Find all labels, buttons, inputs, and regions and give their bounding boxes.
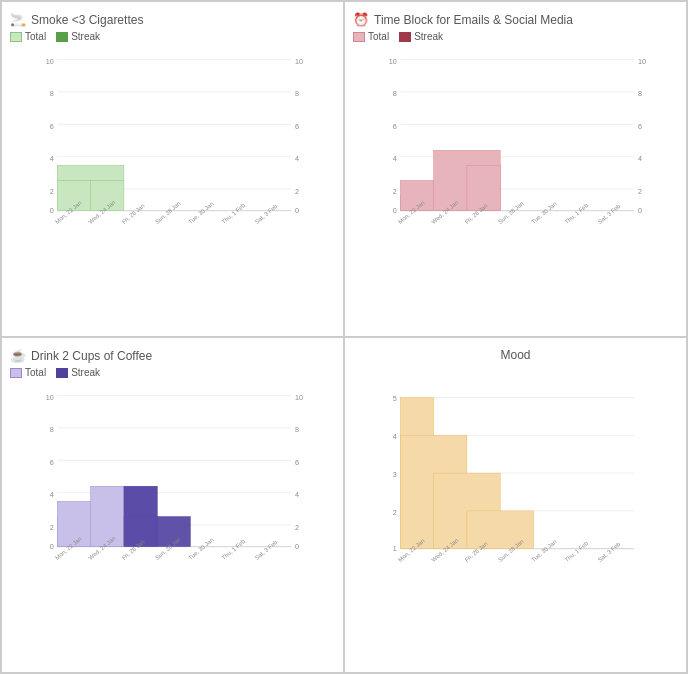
- panel-email: ⏰ Time Block for Emails & Social Media T…: [344, 1, 687, 337]
- smoke-total-bar-1: [57, 165, 124, 180]
- svg-text:4: 4: [50, 490, 54, 499]
- svg-text:Tue, 30 Jan: Tue, 30 Jan: [530, 539, 557, 563]
- svg-text:10: 10: [638, 57, 646, 66]
- panel-coffee-title: ☕ Drink 2 Cups of Coffee: [10, 348, 335, 363]
- svg-text:Sat, 3 Feb: Sat, 3 Feb: [254, 539, 279, 561]
- email-streak-label: Streak: [414, 31, 443, 42]
- panel-email-title: ⏰ Time Block for Emails & Social Media: [353, 12, 678, 27]
- svg-text:4: 4: [638, 154, 642, 163]
- smoke-chart: 10 8 6 4 2 0 10 8 6 4 2 0: [10, 46, 335, 226]
- svg-rect-76: [124, 486, 157, 546]
- smoke-streak-swatch: [56, 32, 68, 42]
- svg-text:Thu, 1 Feb: Thu, 1 Feb: [221, 538, 247, 561]
- email-legend-total: Total: [353, 31, 389, 42]
- mood-chart-area: 5 4 3 2 1 Mon, 22 Jan Wed,: [353, 384, 678, 568]
- svg-text:5: 5: [393, 394, 397, 403]
- svg-text:8: 8: [638, 89, 642, 98]
- svg-text:Fri, 26 Jan: Fri, 26 Jan: [121, 203, 146, 225]
- svg-text:2: 2: [50, 523, 54, 532]
- email-legend-streak: Streak: [399, 31, 443, 42]
- coffee-legend-total: Total: [10, 367, 46, 378]
- coffee-legend: Total Streak: [10, 367, 335, 378]
- svg-text:0: 0: [295, 206, 299, 215]
- coffee-total-label: Total: [25, 367, 46, 378]
- svg-text:6: 6: [393, 122, 397, 131]
- svg-text:2: 2: [393, 187, 397, 196]
- svg-text:4: 4: [295, 154, 299, 163]
- svg-text:0: 0: [295, 542, 299, 551]
- svg-text:10: 10: [46, 57, 54, 66]
- svg-text:4: 4: [393, 154, 397, 163]
- smoke-total-swatch: [10, 32, 22, 42]
- svg-text:Sun, 28 Jan: Sun, 28 Jan: [154, 200, 182, 225]
- svg-text:2: 2: [295, 187, 299, 196]
- svg-text:4: 4: [295, 490, 299, 499]
- svg-text:2: 2: [393, 508, 397, 517]
- svg-text:Tue, 30 Jan: Tue, 30 Jan: [187, 537, 214, 561]
- svg-text:8: 8: [50, 425, 54, 434]
- svg-text:0: 0: [638, 206, 642, 215]
- svg-text:1: 1: [393, 544, 397, 553]
- smoke-total-label: Total: [25, 31, 46, 42]
- svg-text:Sat, 3 Feb: Sat, 3 Feb: [597, 203, 622, 225]
- coffee-legend-streak: Streak: [56, 367, 100, 378]
- dashboard-grid: 🚬 Smoke <3 Cigarettes Total Streak 10 8 …: [0, 0, 688, 674]
- coffee-icon: ☕: [10, 348, 26, 363]
- smoke-legend: Total Streak: [10, 31, 335, 42]
- svg-text:4: 4: [50, 154, 54, 163]
- smoke-streak-label: Streak: [71, 31, 100, 42]
- svg-text:10: 10: [295, 393, 303, 402]
- panel-mood: Mood 5 4 3 2 1: [344, 337, 687, 673]
- smoke-legend-total: Total: [10, 31, 46, 42]
- mood-legend: [353, 366, 678, 380]
- email-chart: 10 8 6 4 2 0 10 8 6 4 2 0: [353, 46, 678, 226]
- svg-text:6: 6: [295, 122, 299, 131]
- svg-text:6: 6: [50, 122, 54, 131]
- svg-text:3: 3: [393, 470, 397, 479]
- svg-text:8: 8: [393, 89, 397, 98]
- email-chart-area: 10 8 6 4 2 0 10 8 6 4 2 0: [353, 46, 678, 230]
- coffee-chart: 10 8 6 4 2 0 10 8 6 4 2 0: [10, 382, 335, 562]
- svg-text:8: 8: [295, 89, 299, 98]
- email-total-label: Total: [368, 31, 389, 42]
- svg-text:10: 10: [295, 57, 303, 66]
- svg-text:10: 10: [389, 57, 397, 66]
- svg-text:2: 2: [50, 187, 54, 196]
- svg-text:10: 10: [46, 393, 54, 402]
- coffee-streak-swatch: [56, 368, 68, 378]
- svg-text:Tue, 30 Jan: Tue, 30 Jan: [187, 201, 214, 225]
- svg-text:0: 0: [393, 206, 397, 215]
- svg-text:Thu, 1 Feb: Thu, 1 Feb: [221, 202, 247, 225]
- email-legend: Total Streak: [353, 31, 678, 42]
- svg-text:0: 0: [50, 542, 54, 551]
- svg-text:Thu, 1 Feb: Thu, 1 Feb: [564, 540, 590, 563]
- email-total-swatch: [353, 32, 365, 42]
- svg-text:4: 4: [393, 432, 397, 441]
- panel-mood-title: Mood: [353, 348, 678, 362]
- svg-text:Tue, 30 Jan: Tue, 30 Jan: [530, 201, 557, 225]
- panel-smoke-title: 🚬 Smoke <3 Cigarettes: [10, 12, 335, 27]
- svg-text:6: 6: [50, 458, 54, 467]
- email-streak-swatch: [399, 32, 411, 42]
- panel-smoke: 🚬 Smoke <3 Cigarettes Total Streak 10 8 …: [1, 1, 344, 337]
- svg-text:6: 6: [295, 458, 299, 467]
- panel-coffee: ☕ Drink 2 Cups of Coffee Total Streak 10…: [1, 337, 344, 673]
- smoke-legend-streak: Streak: [56, 31, 100, 42]
- svg-text:6: 6: [638, 122, 642, 131]
- mood-chart: 5 4 3 2 1 Mon, 22 Jan Wed,: [353, 384, 678, 564]
- svg-text:Sun, 28 Jan: Sun, 28 Jan: [497, 200, 525, 225]
- svg-text:2: 2: [295, 523, 299, 532]
- svg-text:Sat, 3 Feb: Sat, 3 Feb: [597, 541, 622, 563]
- svg-text:Thu, 1 Feb: Thu, 1 Feb: [564, 202, 590, 225]
- svg-text:8: 8: [50, 89, 54, 98]
- svg-text:2: 2: [638, 187, 642, 196]
- coffee-chart-area: 10 8 6 4 2 0 10 8 6 4 2 0: [10, 382, 335, 566]
- email-icon: ⏰: [353, 12, 369, 27]
- svg-text:8: 8: [295, 425, 299, 434]
- smoke-icon: 🚬: [10, 12, 26, 27]
- smoke-chart-area: 10 8 6 4 2 0 10 8 6 4 2 0: [10, 46, 335, 230]
- coffee-total-swatch: [10, 368, 22, 378]
- svg-text:0: 0: [50, 206, 54, 215]
- coffee-streak-label: Streak: [71, 367, 100, 378]
- svg-text:Sat, 3 Feb: Sat, 3 Feb: [254, 203, 279, 225]
